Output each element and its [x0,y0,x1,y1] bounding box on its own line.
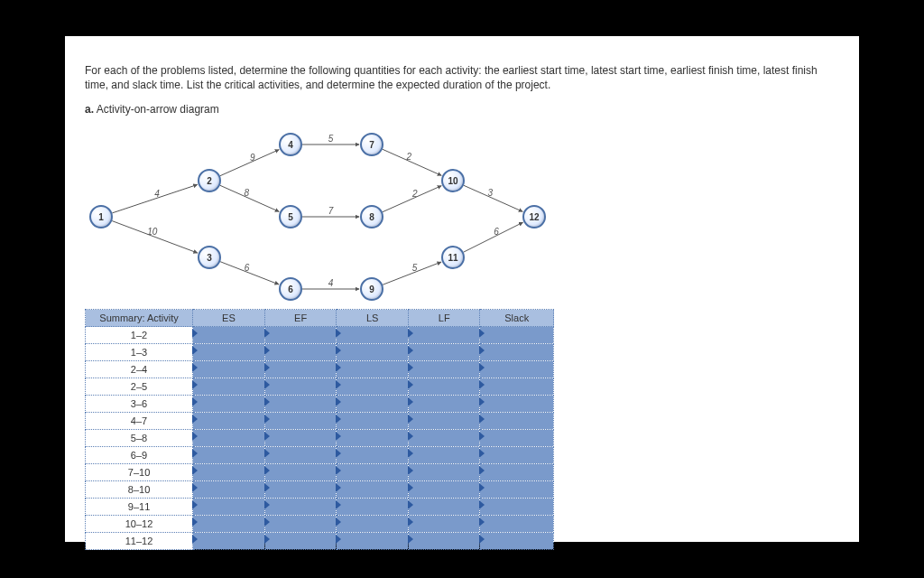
value-cell[interactable] [193,327,265,344]
value-cell[interactable] [264,430,337,447]
value-cell[interactable] [193,430,265,447]
value-cell[interactable] [409,516,480,533]
value-cell[interactable] [193,396,265,413]
value-cell[interactable] [409,344,480,361]
table-row: 2–5 [86,378,554,396]
value-cell[interactable] [193,344,265,361]
activity-cell: 5–8 [86,430,193,447]
value-cell[interactable] [480,396,554,413]
activity-cell: 11–12 [86,533,193,550]
value-cell[interactable] [193,464,265,481]
value-cell[interactable] [409,447,480,464]
value-cell[interactable] [264,516,337,533]
edge-weight-2-5: 8 [245,188,250,198]
value-cell[interactable] [264,327,337,344]
col-header-2: EF [264,310,337,327]
edge-weight-7-10: 2 [407,152,412,162]
value-cell[interactable] [409,378,480,396]
activity-cell: 3–6 [86,396,193,413]
activity-cell: 1–2 [86,327,193,344]
summary-table: Summary: ActivityESEFLSLFSlack1–21–32–42… [85,309,554,550]
edge-weight-11-12: 6 [494,227,499,237]
value-cell[interactable] [337,396,409,413]
value-cell[interactable] [480,430,554,447]
value-cell[interactable] [480,361,554,378]
edge-weight-10-12: 3 [488,188,494,198]
value-cell[interactable] [480,344,554,361]
value-cell[interactable] [193,516,265,533]
value-cell[interactable] [480,533,554,550]
value-cell[interactable] [264,464,337,481]
value-cell[interactable] [264,396,337,413]
activity-cell: 9–11 [86,499,193,516]
table-row: 9–11 [86,499,554,516]
value-cell[interactable] [409,464,480,481]
value-cell[interactable] [193,499,265,516]
value-cell[interactable] [480,464,554,481]
value-cell[interactable] [409,430,480,447]
value-cell[interactable] [409,499,480,516]
edge-weight-5-8: 7 [328,206,334,216]
value-cell[interactable] [409,481,480,499]
value-cell[interactable] [337,361,409,378]
activity-cell: 4–7 [86,413,193,430]
value-cell[interactable] [480,481,554,499]
value-cell[interactable] [337,516,409,533]
value-cell[interactable] [337,327,409,344]
value-cell[interactable] [409,361,480,378]
value-cell[interactable] [264,481,337,499]
value-cell[interactable] [264,413,337,430]
value-cell[interactable] [337,499,409,516]
value-cell[interactable] [480,499,554,516]
document-page: For each of the problems listed, determi… [65,36,859,542]
value-cell[interactable] [337,378,409,396]
edge-weight-1-2: 4 [154,188,160,198]
activity-cell: 10–12 [86,516,193,533]
value-cell[interactable] [193,378,265,396]
value-cell[interactable] [193,533,265,550]
value-cell[interactable] [193,413,265,430]
activity-cell: 8–10 [86,481,193,499]
value-cell[interactable] [264,378,337,396]
value-cell[interactable] [264,344,337,361]
table-row: 11–12 [86,533,554,550]
value-cell[interactable] [480,413,554,430]
table-row: 5–8 [86,430,554,447]
value-cell[interactable] [337,447,409,464]
caption-text: Activity-on-arrow diagram [94,103,219,116]
value-cell[interactable] [480,447,554,464]
value-cell[interactable] [409,413,480,430]
value-cell[interactable] [264,499,337,516]
value-cell[interactable] [480,327,554,344]
value-cell[interactable] [264,361,337,378]
value-cell[interactable] [480,378,554,396]
activity-cell: 1–3 [86,344,193,361]
value-cell[interactable] [409,396,480,413]
edge-weight-4-7: 5 [328,134,334,144]
value-cell[interactable] [337,464,409,481]
edge-10-12 [464,186,522,212]
value-cell[interactable] [409,327,480,344]
edge-weight-8-10: 2 [412,188,418,198]
activity-cell: 2–4 [86,361,193,378]
col-header-5: Slack [480,310,554,327]
value-cell[interactable] [480,516,554,533]
value-cell[interactable] [337,533,409,550]
edge-weight-6-9: 4 [328,278,334,288]
value-cell[interactable] [193,447,265,464]
col-header-4: LF [409,310,480,327]
value-cell[interactable] [193,361,265,378]
col-header-0: Summary: Activity [86,310,193,327]
value-cell[interactable] [193,481,265,499]
table-row: 1–2 [86,327,554,344]
value-cell[interactable] [337,413,409,430]
value-cell[interactable] [337,481,409,499]
value-cell[interactable] [337,344,409,361]
part-label: a. [85,103,94,116]
value-cell[interactable] [337,430,409,447]
value-cell[interactable] [264,533,337,550]
value-cell[interactable] [264,447,337,464]
edge-2-5 [220,186,279,212]
table-row: 4–7 [86,413,554,430]
value-cell[interactable] [409,533,480,550]
